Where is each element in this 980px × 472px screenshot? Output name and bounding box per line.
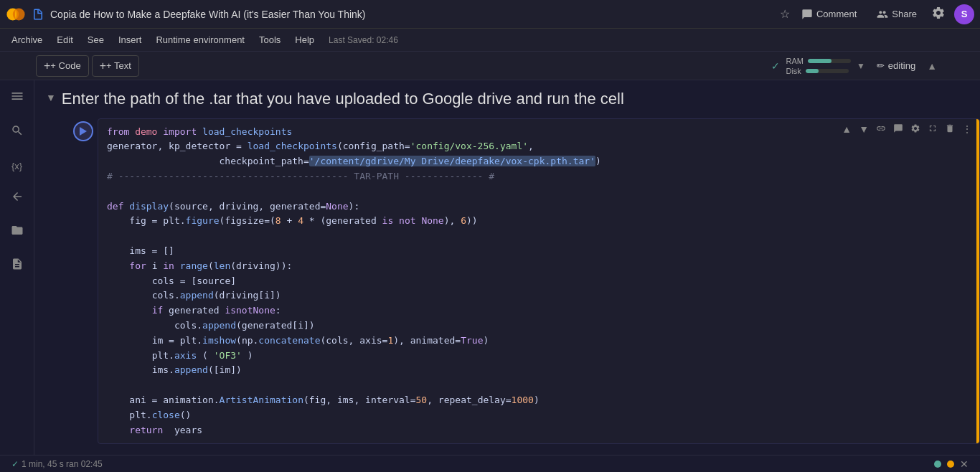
svg-marker-2 <box>80 127 87 136</box>
status-bar: ✓ 1 min, 45 s ran 02:45 ✕ <box>0 455 980 472</box>
main-layout: {x} ▼ Enter the path of the .tar that yo… <box>0 80 980 455</box>
status-check-icon: ✓ <box>11 459 19 469</box>
status-message: 1 min, 45 s ran 02:45 <box>22 459 103 469</box>
user-avatar[interactable]: S <box>954 4 974 24</box>
cell-content: ▲ ▼ ⋮ <box>98 118 980 445</box>
add-code-icon: + <box>44 60 50 72</box>
menu-insert[interactable]: Insert <box>113 32 148 48</box>
menu-tools[interactable]: Tools <box>253 32 286 48</box>
last-saved-status: Last Saved: 02:46 <box>329 35 398 45</box>
ram-label: RAM <box>786 57 803 65</box>
sidebar-snippets-icon[interactable] <box>8 255 27 277</box>
sidebar-back-icon[interactable] <box>8 187 27 209</box>
menu-see[interactable]: See <box>82 32 110 48</box>
move-up-icon[interactable]: ▲ <box>840 122 853 136</box>
menu-edit[interactable]: Edit <box>51 32 78 48</box>
comment-icon <box>801 9 813 20</box>
cell-heading-text: Enter the path of the .tar that you have… <box>62 89 624 110</box>
cell-actions-left <box>69 118 98 445</box>
doc-icon <box>32 8 44 21</box>
run-button[interactable] <box>73 121 93 141</box>
editing-label: editing <box>888 60 915 71</box>
cell-accent-bar <box>976 119 979 444</box>
cell-toolbar: ▲ ▼ ⋮ <box>840 122 974 137</box>
status-close-button[interactable]: ✕ <box>960 458 969 470</box>
menu-bar: Archive Edit See Insert Runtime environm… <box>0 29 980 52</box>
svg-point-1 <box>13 8 25 20</box>
ram-check-icon: ✓ <box>771 60 780 72</box>
collapse-toolbar-button[interactable]: ▲ <box>927 60 937 72</box>
comment-cell-icon[interactable] <box>892 122 905 137</box>
left-sidebar: {x} <box>0 80 34 455</box>
sidebar-variables-icon[interactable]: {x} <box>9 155 25 176</box>
add-text-button[interactable]: + + Text <box>92 55 139 77</box>
play-icon <box>80 127 87 136</box>
move-down-icon[interactable]: ▼ <box>857 122 870 136</box>
more-options-icon[interactable]: ⋮ <box>961 122 974 136</box>
ram-disk-panel: RAM Disk <box>786 57 850 75</box>
colab-logo <box>6 4 26 24</box>
top-bar: Copia de How to Make a Deepfake With AI … <box>0 0 980 29</box>
sidebar-toc-icon[interactable] <box>7 86 27 110</box>
toolbar-right: ✓ RAM Disk ▼ ✏ editing ▲ <box>771 57 937 75</box>
comment-button[interactable]: Comment <box>796 6 862 23</box>
pencil-icon: ✏ <box>877 60 885 71</box>
disk-label: Disk <box>786 67 801 75</box>
status-orange-dot <box>947 461 954 468</box>
editing-button[interactable]: ✏ editing <box>871 57 921 74</box>
settings-button[interactable] <box>931 6 946 23</box>
expand-icon[interactable] <box>926 122 939 137</box>
doc-title[interactable]: Copia de How to Make a Deepfake With AI … <box>50 9 771 20</box>
star-icon[interactable]: ☆ <box>780 7 790 21</box>
content-area: ▼ Enter the path of the .tar that you ha… <box>34 80 980 455</box>
disk-bar <box>806 69 849 73</box>
add-text-icon: + <box>100 60 106 72</box>
collapse-arrow[interactable]: ▼ <box>46 92 56 103</box>
ram-bar <box>808 59 851 63</box>
share-button[interactable]: Share <box>871 6 923 23</box>
cell-heading: ▼ Enter the path of the .tar that you ha… <box>34 80 980 115</box>
code-cell: ▲ ▼ ⋮ <box>69 118 980 445</box>
cell-settings-icon[interactable] <box>909 122 922 137</box>
status-green-dot <box>934 461 941 468</box>
menu-archive[interactable]: Archive <box>6 32 48 48</box>
add-code-button[interactable]: + + Code <box>36 55 89 77</box>
sidebar-files-icon[interactable] <box>8 221 27 243</box>
toolbar: + + Code + + Text ✓ RAM Disk ▼ ✏ editi <box>0 52 980 80</box>
ram-row: RAM <box>786 57 850 65</box>
disk-bar-fill <box>806 69 819 73</box>
gear-icon <box>931 6 946 20</box>
link-icon[interactable] <box>875 122 887 137</box>
share-icon <box>877 9 888 20</box>
sidebar-search-icon[interactable] <box>8 121 27 143</box>
menu-runtime[interactable]: Runtime environment <box>150 32 250 48</box>
dropdown-arrow[interactable]: ▼ <box>857 61 865 71</box>
menu-help[interactable]: Help <box>289 32 320 48</box>
delete-cell-icon[interactable] <box>943 122 956 137</box>
ram-bar-fill <box>808 59 831 63</box>
code-editor[interactable]: from demo import load_checkpoints genera… <box>98 119 979 444</box>
top-bar-right: Comment Share S <box>796 4 974 24</box>
disk-row: Disk <box>786 67 850 75</box>
status-right: ✕ <box>934 458 969 470</box>
